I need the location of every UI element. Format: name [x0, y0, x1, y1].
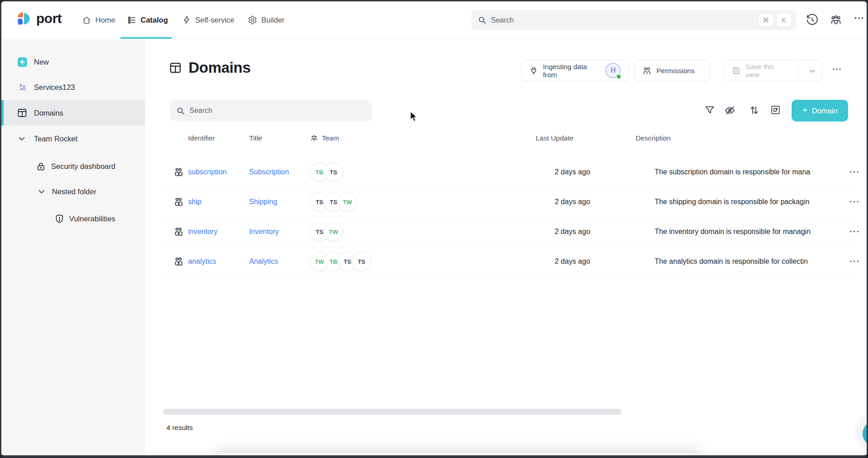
description-value: The inventory domain is responsible for …: [655, 228, 841, 236]
description-value: The shipping domain is responsible for p…: [655, 198, 841, 206]
column-label: Description: [636, 134, 671, 142]
identifier-link[interactable]: analytics: [188, 257, 216, 266]
sidebar-item-label: Team Rocket: [34, 135, 77, 143]
last-update-value: 2 days ago: [555, 228, 590, 236]
sort-icon[interactable]: [748, 104, 760, 116]
table-row[interactable]: analytics Analytics TW TB TS TS 2 days a…: [164, 247, 853, 276]
identifier-link[interactable]: ship: [188, 198, 201, 206]
tab-self-service[interactable]: Self-service: [182, 1, 234, 38]
title-link[interactable]: Inventory: [249, 228, 279, 236]
save-view-split-button[interactable]: Save this view: [724, 60, 822, 81]
blueprint-users-icon: [173, 226, 184, 237]
sidebar-item-domains[interactable]: Domains: [1, 100, 145, 126]
tab-builder-label: Builder: [261, 16, 284, 24]
description-value: The analytics domain is responsible for …: [655, 257, 841, 266]
row-more-options-icon[interactable]: ···: [849, 257, 860, 266]
search-icon: [176, 107, 185, 115]
add-domain-button[interactable]: + Domain: [792, 100, 848, 122]
mouse-cursor: [410, 111, 420, 123]
plus-icon: +: [802, 105, 807, 116]
horizontal-scrollbar[interactable]: [163, 409, 622, 415]
sidebar-item-new[interactable]: New: [1, 50, 145, 74]
plug-icon: [529, 66, 538, 75]
chevron-down-icon: [17, 134, 27, 144]
title-link[interactable]: Analytics: [249, 257, 278, 266]
sidebar-item-label: Security dashboard: [51, 162, 115, 171]
filter-icon[interactable]: [704, 104, 716, 116]
column-header-description[interactable]: Description: [636, 134, 671, 142]
column-label: Identifier: [188, 134, 215, 142]
integration-avatar: H: [605, 63, 621, 79]
table-search-input[interactable]: Search: [170, 100, 372, 121]
split-divider: [798, 61, 799, 81]
sidebar-item-nested-folder[interactable]: Nested folder: [1, 179, 145, 204]
table-row[interactable]: ship Shipping TS TS TW 2 days ago The sh…: [164, 187, 853, 217]
services-cluster-icon: [17, 82, 28, 93]
team-badge[interactable]: TW: [338, 192, 357, 212]
tab-self-service-label: Self-service: [195, 16, 234, 24]
column-header-team[interactable]: Team: [310, 134, 339, 142]
column-label: Title: [249, 134, 262, 142]
page-title-text: Domains: [189, 59, 250, 76]
save-view-chevron-button[interactable]: [803, 66, 822, 75]
team-badge[interactable]: TS: [352, 252, 371, 271]
identifier-link[interactable]: subscription: [188, 168, 226, 176]
team-badge[interactable]: TS: [324, 163, 343, 182]
active-tab-indicator: [120, 37, 172, 39]
row-more-options-icon[interactable]: ···: [849, 227, 860, 237]
table-row[interactable]: inventory Inventory TS TW 2 days ago The…: [164, 217, 853, 247]
sidebar-item-vulnerabilities[interactable]: Vulnerabilities: [1, 206, 145, 231]
tab-builder[interactable]: Builder: [248, 1, 284, 38]
sidebar-item-services123[interactable]: Services123: [1, 75, 145, 99]
blueprint-users-icon: [173, 256, 184, 267]
title-link[interactable]: Subscription: [249, 168, 289, 176]
table-icon: [169, 61, 182, 75]
lock-icon: [36, 161, 46, 172]
team-badges: TS TW: [310, 222, 343, 242]
more-options-icon[interactable]: [853, 12, 865, 24]
organizations-icon[interactable]: [829, 14, 843, 27]
table-search-placeholder: Search: [189, 107, 212, 115]
row-more-options-icon[interactable]: ···: [849, 167, 860, 177]
ingesting-data-button[interactable]: Ingesting data from H: [521, 60, 629, 81]
identifier-link[interactable]: inventory: [188, 228, 217, 236]
table-row[interactable]: subscription Subscription TB TS 2 days a…: [164, 157, 853, 187]
column-header-identifier[interactable]: Identifier: [188, 134, 215, 142]
chevron-down-icon: [37, 187, 47, 196]
team-badges: TS TS TW: [310, 192, 357, 212]
app-window: port Home Catalog Self-service Buil: [0, 0, 868, 458]
sidebar: New Services123 Domains Team Rocket Secu: [1, 39, 145, 455]
page-more-options-icon[interactable]: [831, 64, 842, 75]
status-dot-green: [616, 74, 622, 79]
search-icon: [478, 16, 486, 24]
sidebar-item-label: Nested folder: [52, 187, 96, 196]
row-more-options-icon[interactable]: ···: [849, 197, 860, 207]
last-update-value: 2 days ago: [555, 168, 590, 176]
column-header-last-update[interactable]: Last Update: [536, 134, 574, 142]
sidebar-item-team-rocket[interactable]: Team Rocket: [1, 126, 145, 151]
team-badge[interactable]: TW: [324, 222, 343, 242]
gear-icon: [248, 15, 257, 25]
history-icon[interactable]: [806, 14, 819, 27]
title-link[interactable]: Shipping: [249, 198, 277, 206]
port-logo[interactable]: port: [15, 10, 61, 27]
hide-columns-icon[interactable]: [724, 104, 736, 117]
tab-home[interactable]: Home: [82, 1, 115, 38]
column-header-title[interactable]: Title: [249, 134, 262, 142]
group-by-icon[interactable]: [770, 104, 781, 116]
cmd-keycap: ⌘: [758, 13, 774, 27]
bottom-sheet-shadow: [214, 453, 702, 458]
last-update-value: 2 days ago: [555, 198, 590, 206]
add-domain-label: Domain: [812, 107, 838, 115]
last-update-value: 2 days ago: [555, 257, 590, 266]
page-title: Domains: [169, 59, 250, 76]
k-keycap: K: [776, 13, 792, 27]
global-search-input[interactable]: Search ⌘ K: [472, 10, 796, 30]
home-icon: [82, 15, 91, 25]
sidebar-item-security-dashboard[interactable]: Security dashboard: [1, 154, 145, 178]
description-value: The subscription domain is responsible f…: [655, 168, 841, 176]
tab-catalog[interactable]: Catalog: [127, 1, 168, 38]
save-icon: [731, 66, 741, 75]
permissions-button[interactable]: Permissions: [634, 60, 710, 81]
sidebar-item-label: Vulnerabilities: [69, 215, 115, 223]
